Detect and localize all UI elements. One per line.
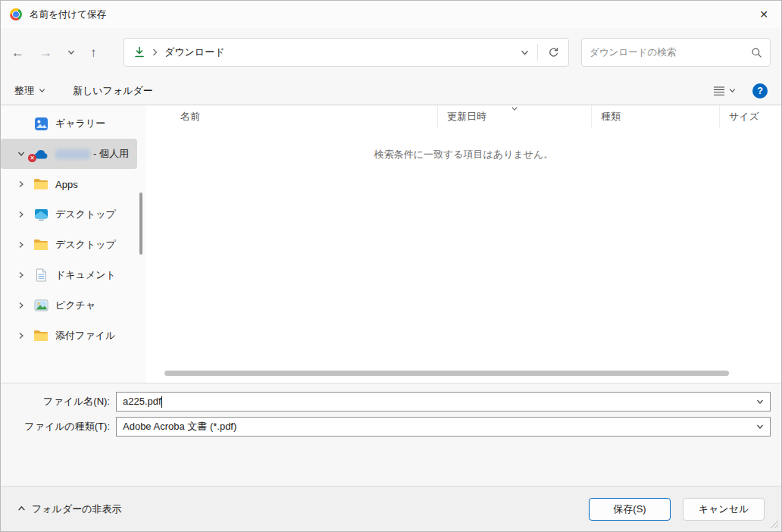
gallery-icon (33, 117, 49, 131)
filetype-select[interactable]: Adobe Acroba 文書 (*.pdf) (116, 417, 771, 437)
breadcrumb[interactable]: ダウンロード (124, 38, 569, 67)
chrome-icon (10, 8, 22, 20)
chevron-right-icon[interactable] (16, 241, 27, 249)
content-area: ギャラリー ✕ - 個人用 (1, 105, 781, 383)
breadcrumb-separator-icon (152, 48, 158, 57)
help-icon[interactable]: ? (752, 83, 768, 99)
sidebar-scrollbar[interactable] (139, 192, 142, 255)
text-cursor (161, 396, 162, 408)
desktop-icon (33, 208, 49, 221)
sort-chevron-icon (511, 105, 518, 112)
file-list: 名前 更新日時 種類 サイズ 検索条件に一致する項目はありません。 (146, 105, 781, 383)
column-header-size[interactable]: サイズ (720, 105, 781, 128)
up-icon[interactable]: ↑ (90, 46, 97, 59)
new-folder-button[interactable]: 新しいフォルダー (73, 84, 153, 98)
chevron-right-icon[interactable] (16, 271, 27, 279)
pictures-icon (33, 299, 49, 311)
file-fields: ファイル名(N): a225.pdf ファイルの種類(T): Adobe Acr… (1, 383, 781, 486)
sidebar-item-pictures[interactable]: ピクチャ (1, 290, 137, 321)
sidebar-item-gallery[interactable]: ギャラリー (1, 108, 137, 139)
title-bar: 名前を付けて保存 ✕ (1, 1, 781, 28)
resize-grip[interactable] (770, 520, 779, 529)
sync-error-badge-icon: ✕ (28, 154, 36, 162)
sidebar-item-label: ドキュメント (55, 268, 116, 282)
refresh-icon[interactable] (538, 39, 568, 66)
sidebar-item-label: Apps (55, 179, 78, 190)
back-icon[interactable]: ← (11, 46, 24, 59)
cancel-button[interactable]: キャンセル (683, 498, 765, 521)
sidebar-item-label: - 個人用 (55, 147, 129, 161)
sidebar-item-label: ギャラリー (55, 117, 105, 130)
chevron-down-icon[interactable] (16, 150, 27, 158)
empty-results-message: 検索条件に一致する項目はありません。 (146, 148, 781, 161)
folder-icon (33, 178, 49, 190)
hide-folders-button[interactable]: フォルダーの非表示 (17, 502, 122, 516)
navigation-bar: ← → ↑ ダウンロード (1, 28, 781, 77)
list-view-icon (713, 86, 725, 96)
address-dropdown-chevron-icon[interactable] (511, 49, 537, 57)
close-icon[interactable]: ✕ (746, 1, 781, 28)
download-icon (133, 46, 145, 58)
history-chevron-icon[interactable] (67, 49, 75, 56)
sidebar-item-onedrive[interactable]: ✕ - 個人用 (1, 139, 137, 169)
column-header-name[interactable]: 名前 (146, 105, 438, 128)
chevron-right-icon[interactable] (16, 332, 27, 340)
sidebar-item-label: デスクトップ (55, 208, 116, 221)
chevron-up-icon (17, 505, 26, 513)
command-toolbar: 整理 新しいフォルダー ? (1, 77, 781, 105)
folder-icon (33, 239, 49, 251)
onedrive-icon: ✕ (33, 149, 49, 160)
sidebar-item-documents[interactable]: ドキュメント (1, 260, 137, 290)
filename-label: ファイル名(N): (1, 395, 116, 408)
organize-button[interactable]: 整理 (14, 84, 45, 98)
filetype-dropdown-chevron-icon[interactable] (755, 423, 765, 430)
search-input[interactable] (590, 47, 751, 58)
dialog-footer: フォルダーの非表示 保存(S) キャンセル (1, 486, 781, 531)
sidebar-item-apps[interactable]: Apps (1, 169, 137, 199)
breadcrumb-folder-label[interactable]: ダウンロード (164, 45, 225, 59)
sidebar-item-label: 添付ファイル (55, 329, 115, 343)
folder-icon (33, 330, 49, 342)
search-box (581, 38, 771, 67)
document-icon (33, 268, 49, 282)
sidebar-item-desktop-folder[interactable]: デスクトップ (1, 230, 137, 260)
chevron-right-icon[interactable] (16, 302, 27, 309)
nav-buttons: ← → ↑ (11, 46, 124, 59)
column-headers: 名前 更新日時 種類 サイズ (146, 105, 781, 128)
filename-input[interactable]: a225.pdf (116, 392, 771, 412)
sidebar-item-label: ピクチャ (55, 299, 95, 312)
navigation-pane: ギャラリー ✕ - 個人用 (1, 105, 146, 383)
view-options-button[interactable] (713, 86, 736, 96)
new-folder-label: 新しいフォルダー (73, 84, 153, 98)
sidebar-item-label: デスクトップ (55, 238, 116, 252)
filename-dropdown-chevron-icon[interactable] (755, 398, 765, 405)
window-title: 名前を付けて保存 (30, 8, 106, 21)
search-icon[interactable] (751, 47, 762, 58)
redacted-account-name (55, 149, 90, 159)
save-as-dialog: 名前を付けて保存 ✕ ← → ↑ ダウンロード (0, 0, 782, 532)
horizontal-scrollbar[interactable] (164, 371, 729, 376)
save-button[interactable]: 保存(S) (589, 498, 671, 521)
filetype-label: ファイルの種類(T): (1, 420, 116, 433)
sidebar-item-attachments[interactable]: 添付ファイル (1, 321, 137, 351)
chevron-right-icon[interactable] (16, 211, 27, 218)
forward-icon[interactable]: → (39, 46, 52, 59)
organize-label: 整理 (14, 84, 34, 98)
chevron-right-icon[interactable] (16, 180, 27, 188)
column-header-date-modified[interactable]: 更新日時 (438, 105, 592, 128)
column-header-type[interactable]: 種類 (592, 105, 720, 128)
sidebar-item-desktop[interactable]: デスクトップ (1, 199, 137, 230)
